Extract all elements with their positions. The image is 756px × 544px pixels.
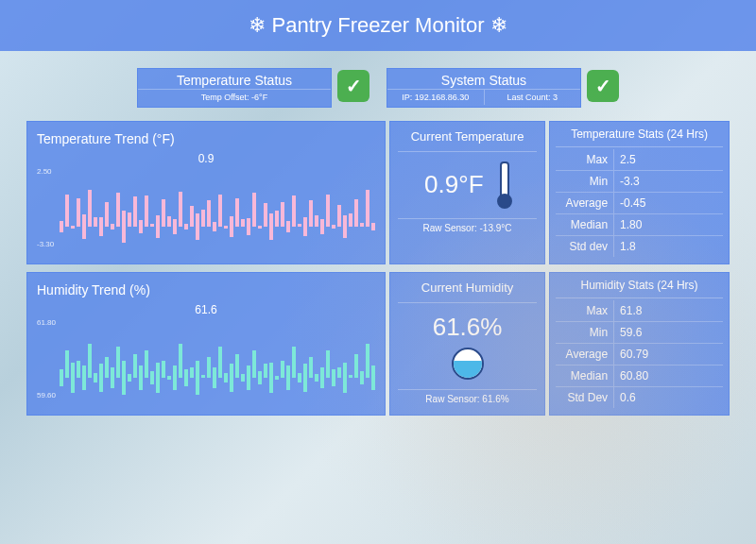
chart-bar <box>111 330 114 388</box>
chart-bar <box>298 189 301 227</box>
chart-bar <box>167 338 171 380</box>
chart-bar <box>275 338 279 380</box>
temp-row: Temperature Trend (°F) 0.9 Current Tempe… <box>26 121 730 264</box>
chart-bar <box>235 189 239 227</box>
chart-bar <box>269 325 273 394</box>
chart-bar <box>213 330 216 388</box>
stat-row: Min59.6 <box>556 322 723 344</box>
stat-value: 61.8 <box>614 300 723 321</box>
chart-bar <box>230 178 233 237</box>
chart-bar <box>179 189 182 227</box>
chart-bar <box>349 340 352 378</box>
stat-row: Median1.80 <box>556 214 723 236</box>
chart-bar <box>82 177 86 239</box>
temp-stats-title: Temperature Stats (24 Hrs) <box>556 128 723 147</box>
temp-chart-value: 0.9 <box>37 152 375 165</box>
sys-status-card: System Status IP: 192.168.86.30 Last Cou… <box>387 68 581 108</box>
chart-bar <box>247 180 250 235</box>
stat-key: Average <box>556 193 614 213</box>
sys-ip: IP: 192.168.86.30 <box>387 90 484 105</box>
hum-chart-value: 61.6 <box>37 303 375 316</box>
stat-key: Median <box>556 214 614 235</box>
temp-status-block: Temperature Status Temp Offset: -6°F ✓ <box>137 68 369 108</box>
chart-bar <box>247 328 250 389</box>
chart-bar <box>139 182 143 233</box>
stat-row: Average60.79 <box>556 344 723 366</box>
chart-bar <box>99 326 103 391</box>
chart-bar <box>60 183 63 231</box>
chart-bar <box>241 336 245 381</box>
hum-trend-panel: Humidity Trend (%) 61.6 <box>26 272 386 416</box>
page-header: ❄ Pantry Freezer Monitor ❄ <box>0 0 756 51</box>
chart-bar <box>111 186 114 230</box>
stat-value: -0.45 <box>614 193 723 213</box>
temp-trend-panel: Temperature Trend (°F) 0.9 <box>26 121 386 264</box>
stat-key: Std dev <box>556 236 614 257</box>
stat-row: Median60.80 <box>556 366 723 387</box>
hum-stats-title: Humidity Stats (24 Hrs) <box>556 279 723 298</box>
chart-bar <box>94 189 97 227</box>
chart-bar <box>354 189 358 227</box>
chart-bar <box>292 340 296 378</box>
chart-bar <box>122 173 126 242</box>
hum-bars <box>37 318 375 400</box>
chart-bar <box>252 340 256 378</box>
chart-bar <box>235 340 239 378</box>
stat-value: 0.6 <box>614 387 723 408</box>
chart-bar <box>94 335 97 383</box>
temp-chart: 0.9 <box>37 152 375 256</box>
chart-bar <box>122 323 126 395</box>
chart-bar <box>60 332 63 386</box>
stat-value: 2.5 <box>614 149 723 170</box>
chart-bar <box>326 340 330 378</box>
temp-current-panel: Current Temperature 0.9°F Raw Sensor: -1… <box>389 121 545 264</box>
chart-bar <box>190 340 194 378</box>
chart-bar <box>190 189 194 227</box>
chart-bar <box>315 189 318 227</box>
stat-value: -3.3 <box>614 171 723 192</box>
chart-bar <box>133 340 137 378</box>
chart-bar <box>224 335 228 383</box>
chart-bar <box>269 176 273 240</box>
chart-bar <box>162 340 165 378</box>
chart-bar <box>264 340 267 378</box>
chart-bar <box>77 340 80 378</box>
hum-row: Humidity Trend (%) 61.6 Current Humidity… <box>26 272 730 416</box>
chart-bar <box>292 189 296 227</box>
hum-current-value: 61.6% <box>433 313 503 342</box>
temp-stats-body: Max2.5Min-3.3Average-0.45Median1.80Std d… <box>556 149 723 257</box>
chart-bar <box>281 189 284 227</box>
chart-bar <box>371 328 375 389</box>
chart-bar <box>337 340 341 378</box>
stat-key: Max <box>556 149 614 170</box>
stat-value: 1.80 <box>614 214 723 235</box>
chart-bar <box>156 178 160 237</box>
hum-raw: Raw Sensor: 61.6% <box>398 389 537 404</box>
chart-bar <box>337 189 341 227</box>
chart-bar <box>264 189 267 227</box>
chart-bar <box>309 189 313 227</box>
status-row: Temperature Status Temp Offset: -6°F ✓ S… <box>0 68 756 108</box>
chart-bar <box>184 186 188 230</box>
chart-bar <box>207 340 211 378</box>
chart-bar <box>218 340 222 378</box>
chart-bar <box>349 189 352 227</box>
chart-bar <box>241 189 245 227</box>
chart-bar <box>343 325 347 394</box>
chart-bar <box>65 340 69 378</box>
stat-key: Average <box>556 344 614 365</box>
stat-value: 1.8 <box>614 236 723 257</box>
hum-current-panel: Current Humidity 61.6% Raw Sensor: 61.6% <box>389 272 545 416</box>
chart-bar <box>196 323 199 395</box>
chart-bar <box>320 330 324 388</box>
chart-bar <box>116 340 120 378</box>
chart-bar <box>360 333 364 385</box>
chart-bar <box>150 189 154 227</box>
stat-key: Max <box>556 300 614 321</box>
stat-row: Max61.8 <box>556 300 723 322</box>
chart-bar <box>145 340 148 378</box>
chart-bar <box>309 340 313 378</box>
chart-bar <box>99 179 103 235</box>
chart-bar <box>162 189 165 227</box>
temp-stats-panel: Temperature Stats (24 Hrs) Max2.5Min-3.3… <box>549 121 730 264</box>
